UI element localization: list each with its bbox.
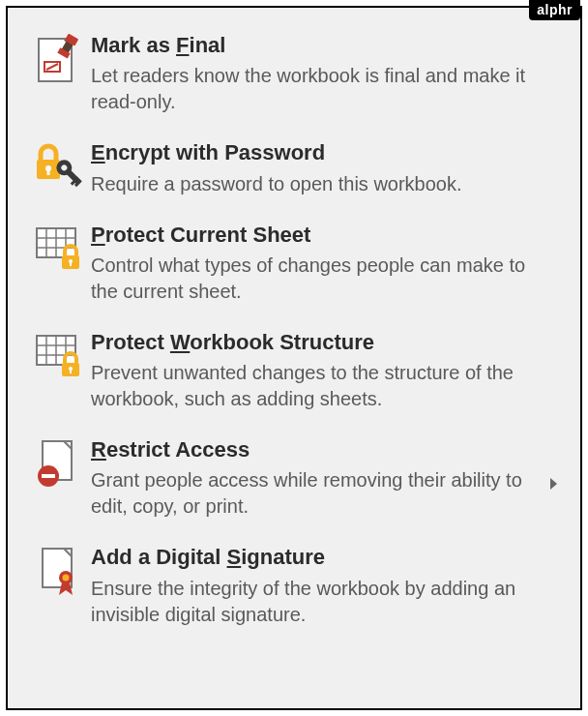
- digital-signature-icon: [27, 545, 91, 597]
- menu-item-title: Encrypt with Password: [91, 140, 544, 164]
- svg-point-40: [63, 575, 70, 582]
- svg-rect-36: [42, 474, 55, 478]
- svg-rect-9: [47, 169, 50, 175]
- protect-workbook-menu: Mark as Final Let readers know the workb…: [6, 6, 582, 710]
- screenshot-frame: alphr Mark as Final: [0, 0, 588, 716]
- watermark: alphr: [529, 0, 580, 20]
- menu-item-title: Mark as Final: [91, 33, 544, 57]
- menu-item-desc: Grant people access while removing their…: [91, 467, 544, 520]
- chevron-right-icon: [550, 478, 557, 490]
- menu-item-encrypt-with-password[interactable]: Encrypt with Password Require a password…: [17, 133, 571, 214]
- mark-as-final-icon: [27, 33, 91, 85]
- menu-item-protect-workbook-structure[interactable]: Protect Workbook Structure Prevent unwan…: [17, 322, 571, 430]
- protect-sheet-icon: [27, 223, 91, 275]
- menu-item-title: Add a Digital Signature: [91, 545, 544, 569]
- menu-item-protect-current-sheet[interactable]: Protect Current Sheet Control what types…: [17, 215, 571, 322]
- menu-item-desc: Require a password to open this workbook…: [91, 171, 544, 197]
- svg-rect-23: [70, 262, 72, 266]
- menu-item-restrict-access[interactable]: Restrict Access Grant people access whil…: [17, 430, 571, 537]
- encrypt-password-icon: [27, 140, 91, 193]
- menu-item-desc: Let readers know the workbook is final a…: [91, 63, 544, 115]
- menu-item-title: Protect Current Sheet: [91, 223, 544, 247]
- menu-item-desc: Ensure the integrity of the workbook by …: [91, 576, 544, 628]
- menu-item-add-digital-signature[interactable]: Add a Digital Signature Ensure the integ…: [17, 537, 571, 644]
- restrict-access-icon: [27, 437, 91, 490]
- menu-item-desc: Control what types of changes people can…: [91, 253, 544, 305]
- protect-workbook-icon: [27, 330, 91, 382]
- menu-item-title: Protect Workbook Structure: [91, 330, 544, 354]
- menu-item-mark-as-final[interactable]: Mark as Final Let readers know the workb…: [17, 25, 571, 133]
- menu-item-desc: Prevent unwanted changes to the structur…: [91, 360, 544, 412]
- svg-rect-32: [70, 370, 72, 373]
- menu-item-title: Restrict Access: [91, 437, 544, 462]
